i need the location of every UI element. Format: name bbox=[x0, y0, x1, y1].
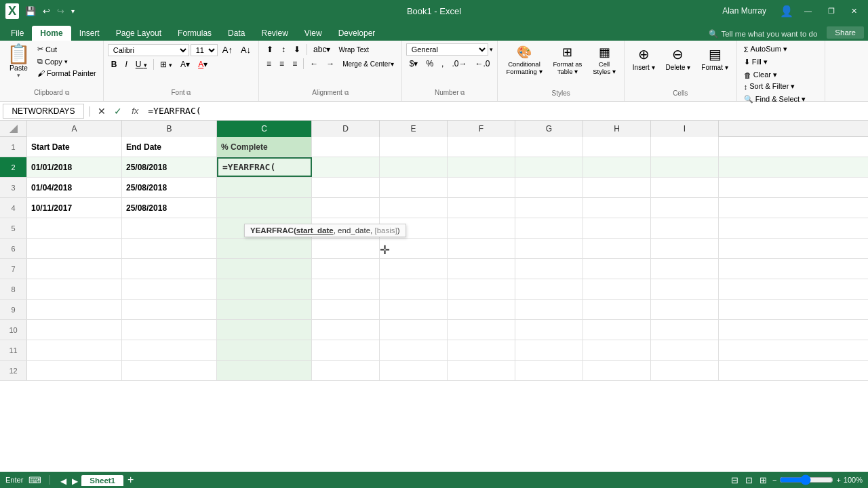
cell-d1[interactable] bbox=[312, 137, 380, 157]
col-header-d[interactable]: D bbox=[312, 121, 380, 137]
cell-g3[interactable] bbox=[515, 178, 583, 197]
underline-button[interactable]: U ▾ bbox=[132, 58, 151, 70]
font-size-select[interactable]: 11 bbox=[191, 44, 218, 56]
formula-confirm-button[interactable]: ✓ bbox=[111, 106, 125, 117]
col-header-f[interactable]: F bbox=[448, 121, 515, 137]
cell-a4[interactable]: 10/11/2017 bbox=[27, 198, 122, 218]
col-header-a[interactable]: A bbox=[27, 121, 122, 137]
cell-d3[interactable] bbox=[312, 178, 380, 197]
tab-file[interactable]: File bbox=[3, 26, 32, 41]
formula-input[interactable]: =YEARFRAC( bbox=[145, 104, 865, 117]
decimal-increase-button[interactable]: .0→ bbox=[448, 58, 470, 70]
redo-icon[interactable]: ↪ bbox=[55, 5, 66, 18]
text-angle-button[interactable]: abc▾ bbox=[310, 43, 334, 56]
cell-d2[interactable] bbox=[312, 157, 380, 177]
currency-button[interactable]: $▾ bbox=[406, 58, 422, 70]
cell-e1[interactable] bbox=[380, 137, 448, 157]
tab-formulas[interactable]: Formulas bbox=[170, 26, 220, 41]
col-header-h[interactable]: H bbox=[583, 121, 651, 137]
tab-insert[interactable]: Insert bbox=[71, 26, 108, 41]
formula-function-button[interactable]: fx bbox=[127, 106, 142, 116]
col-header-i[interactable]: I bbox=[651, 121, 719, 137]
format-button[interactable]: ▤ Format ▾ bbox=[697, 43, 732, 74]
cell-g2[interactable] bbox=[515, 157, 583, 177]
autosum-button[interactable]: Σ AutoSum ▾ bbox=[741, 43, 790, 55]
cell-b4[interactable]: 25/08/2018 bbox=[122, 198, 217, 218]
cell-i1[interactable] bbox=[651, 137, 719, 157]
sort-filter-button[interactable]: ↕ Sort & Filter ▾ bbox=[741, 81, 798, 92]
page-break-view-button[interactable]: ⊞ bbox=[758, 475, 768, 485]
conditional-formatting-button[interactable]: 🎨 ConditionalFormatting ▾ bbox=[502, 43, 546, 77]
clear-button[interactable]: 🗑 Clear ▾ bbox=[741, 69, 780, 81]
cell-c4[interactable] bbox=[217, 198, 312, 218]
cell-c2[interactable]: =YEARFRAC( bbox=[217, 157, 312, 177]
minimize-button[interactable]: — bbox=[799, 5, 817, 16]
formula-cancel-button[interactable]: ✕ bbox=[95, 106, 108, 117]
find-select-button[interactable]: 🔍 Find & Select ▾ bbox=[741, 94, 808, 105]
align-right-button[interactable]: ≡ bbox=[289, 58, 300, 70]
sheet1-tab[interactable]: Sheet1 bbox=[81, 475, 123, 486]
maximize-button[interactable]: ❐ bbox=[823, 5, 840, 17]
row-num-1[interactable]: 1 bbox=[0, 137, 27, 157]
paste-button[interactable]: 📋 Paste ▾ bbox=[4, 43, 33, 80]
decimal-decrease-button[interactable]: ←.0 bbox=[471, 58, 493, 70]
cell-b1[interactable]: End Date bbox=[122, 137, 217, 157]
cell-g1[interactable] bbox=[515, 137, 583, 157]
cell-d4[interactable] bbox=[312, 198, 380, 218]
italic-button[interactable]: I bbox=[121, 58, 130, 70]
decrease-font-button[interactable]: A↓ bbox=[237, 43, 254, 56]
col-header-e[interactable]: E bbox=[380, 121, 448, 137]
font-family-select[interactable]: Calibri bbox=[108, 44, 189, 56]
page-layout-view-button[interactable]: ⊡ bbox=[744, 475, 754, 485]
align-center-button[interactable]: ≡ bbox=[276, 58, 288, 70]
cell-f1[interactable] bbox=[448, 137, 515, 157]
cell-b3[interactable]: 25/08/2018 bbox=[122, 178, 217, 197]
row-num-4[interactable]: 4 bbox=[0, 198, 27, 218]
col-header-c[interactable]: C bbox=[217, 121, 312, 137]
cell-g4[interactable] bbox=[515, 198, 583, 218]
cell-e4[interactable] bbox=[380, 198, 448, 218]
cell-e2[interactable] bbox=[380, 157, 448, 177]
cell-e3[interactable] bbox=[380, 178, 448, 197]
insert-button[interactable]: ⊕ Insert ▾ bbox=[629, 43, 659, 74]
fill-button[interactable]: ⬇ Fill ▾ bbox=[741, 56, 770, 68]
cell-a2[interactable]: 01/01/2018 bbox=[27, 157, 122, 177]
save-icon[interactable]: 💾 bbox=[23, 5, 38, 18]
cell-f2[interactable] bbox=[448, 157, 515, 177]
search-box[interactable]: 🔍 Tell me what you want to do bbox=[703, 27, 823, 41]
col-header-g[interactable]: G bbox=[515, 121, 583, 137]
percent-button[interactable]: % bbox=[422, 58, 437, 70]
cell-i2[interactable] bbox=[651, 157, 719, 177]
cell-a1[interactable]: Start Date bbox=[27, 137, 122, 157]
border-button[interactable]: ⊞ ▾ bbox=[157, 58, 176, 70]
number-format-select[interactable]: General bbox=[406, 43, 489, 56]
tab-developer[interactable]: Developer bbox=[330, 26, 384, 41]
scroll-right-sheet-icon[interactable]: ▶ bbox=[70, 476, 80, 486]
cell-i3[interactable] bbox=[651, 178, 719, 197]
accessibility-icon[interactable]: ⌨ bbox=[28, 475, 41, 485]
copy-button[interactable]: ⧉ Copy ▾ bbox=[35, 56, 99, 67]
undo-icon[interactable]: ↩ bbox=[41, 5, 52, 18]
zoom-in-button[interactable]: + bbox=[836, 476, 840, 484]
tab-data[interactable]: Data bbox=[220, 26, 253, 41]
zoom-slider[interactable] bbox=[779, 474, 833, 485]
row-num-2[interactable]: 2 bbox=[0, 157, 27, 177]
cell-f3[interactable] bbox=[448, 178, 515, 197]
tab-page-layout[interactable]: Page Layout bbox=[108, 26, 170, 41]
normal-view-button[interactable]: ⊟ bbox=[730, 475, 740, 485]
share-button[interactable]: Share bbox=[827, 26, 864, 39]
cell-f4[interactable] bbox=[448, 198, 515, 218]
format-as-table-button[interactable]: ⊞ Format asTable ▾ bbox=[549, 43, 587, 77]
merge-center-button[interactable]: Merge & Center▾ bbox=[339, 59, 397, 69]
tab-home[interactable]: Home bbox=[32, 26, 71, 41]
cell-h2[interactable] bbox=[583, 157, 651, 177]
cell-c3[interactable] bbox=[217, 178, 312, 197]
format-painter-button[interactable]: 🖌 Format Painter bbox=[35, 68, 99, 79]
fill-color-button[interactable]: A▾ bbox=[177, 58, 193, 70]
cell-styles-button[interactable]: ▦ CellStyles ▾ bbox=[589, 43, 620, 77]
cell-h1[interactable] bbox=[583, 137, 651, 157]
align-top-button[interactable]: ⬆ bbox=[263, 43, 277, 56]
align-middle-button[interactable]: ↕ bbox=[278, 43, 289, 56]
cut-button[interactable]: ✂ Cut bbox=[35, 43, 99, 55]
user-avatar-icon[interactable]: 👤 bbox=[780, 5, 793, 18]
